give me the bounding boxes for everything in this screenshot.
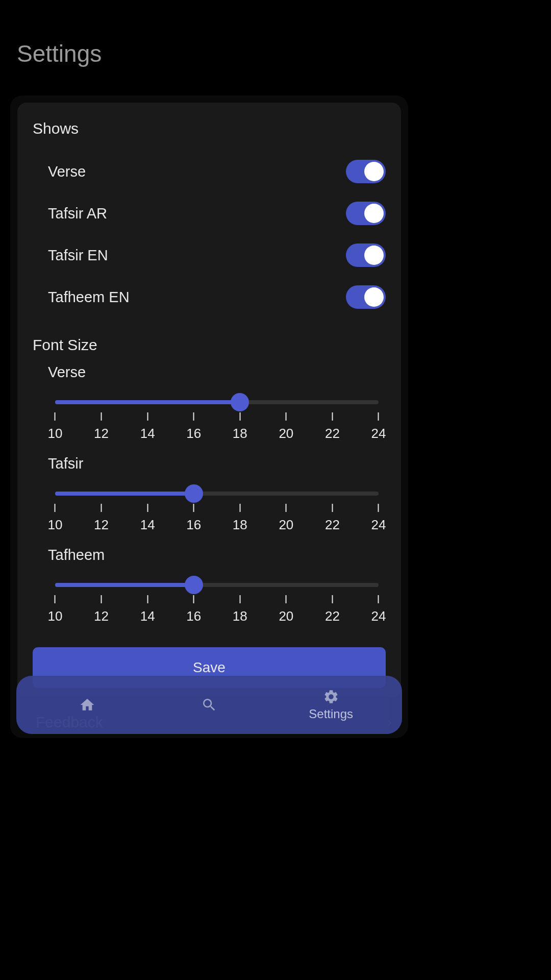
tick-mark: [332, 504, 333, 512]
home-icon: [79, 697, 95, 713]
tick-label: 24: [371, 426, 386, 441]
slider-tick: 22: [325, 412, 340, 442]
toggle-knob: [364, 204, 384, 223]
tick-label: 20: [279, 426, 293, 441]
tick-label: 22: [325, 426, 340, 441]
slider-thumb[interactable]: [185, 484, 203, 503]
slider-group-verse: Verse1012141618202224: [33, 364, 386, 443]
toggle-row-verse: Verse: [33, 151, 386, 192]
slider-label: Tafsir: [48, 455, 386, 472]
tick-mark: [193, 504, 194, 512]
toggle-tafheem-en[interactable]: [346, 285, 386, 309]
settings-card: Shows Verse Tafsir AR Tafsir EN Tafheem …: [17, 103, 401, 697]
tick-label: 24: [371, 517, 386, 532]
slider-ticks: 1012141618202224: [55, 412, 379, 443]
toggle-verse[interactable]: [346, 160, 386, 183]
gear-icon: [323, 689, 339, 705]
slider-tick: 18: [233, 595, 247, 624]
tick-mark: [378, 504, 379, 512]
toggle-tafsir-en[interactable]: [346, 243, 386, 267]
bottom-nav: Settings: [16, 676, 402, 734]
slider-tick: 20: [279, 595, 293, 624]
tick-mark: [101, 595, 102, 603]
tick-label: 18: [233, 608, 247, 624]
tick-mark: [286, 412, 287, 421]
settings-outer-card: Shows Verse Tafsir AR Tafsir EN Tafheem …: [10, 95, 408, 738]
tick-mark: [55, 504, 56, 512]
slider-tafheem[interactable]: [55, 579, 379, 591]
page-title: Settings: [0, 0, 418, 67]
tick-mark: [332, 595, 333, 603]
slider-label: Verse: [48, 364, 386, 381]
tick-label: 22: [325, 608, 340, 624]
menu-item-invite[interactable]: Invite friends ›: [0, 738, 418, 743]
slider-tafsir[interactable]: [55, 487, 379, 500]
tick-mark: [286, 504, 287, 512]
tick-mark: [239, 504, 240, 512]
toggle-tafsir-ar[interactable]: [346, 202, 386, 225]
slider-group-tafheem: Tafheem1012141618202224: [33, 547, 386, 626]
shows-section-title: Shows: [33, 120, 386, 137]
toggle-row-tafsir-en: Tafsir EN: [33, 234, 386, 276]
tick-mark: [332, 412, 333, 421]
tick-label: 12: [94, 608, 109, 624]
nav-home[interactable]: [27, 697, 148, 713]
tick-label: 20: [279, 517, 293, 532]
toggle-row-tafheem-en: Tafheem EN: [33, 276, 386, 318]
toggle-knob: [364, 246, 384, 265]
slider-verse[interactable]: [55, 396, 379, 408]
slider-tick: 16: [186, 504, 201, 533]
slider-fill: [55, 583, 194, 587]
slider-label: Tafheem: [48, 547, 386, 564]
tick-mark: [101, 504, 102, 512]
toggle-label: Tafsir AR: [48, 205, 107, 222]
slider-thumb[interactable]: [231, 393, 249, 411]
slider-fill: [55, 400, 240, 404]
tick-label: 12: [94, 517, 109, 532]
tick-label: 22: [325, 517, 340, 532]
slider-tick: 12: [94, 504, 109, 533]
slider-tick: 22: [325, 595, 340, 624]
toggle-knob: [364, 287, 384, 307]
tick-label: 18: [233, 426, 247, 441]
tick-mark: [101, 412, 102, 421]
slider-tick: 12: [94, 595, 109, 624]
tick-label: 14: [140, 608, 155, 624]
slider-fill: [55, 492, 194, 496]
tick-mark: [147, 504, 148, 512]
slider-tick: 18: [233, 504, 247, 533]
tick-label: 16: [186, 608, 201, 624]
slider-tick: 22: [325, 504, 340, 533]
slider-group-tafsir: Tafsir1012141618202224: [33, 455, 386, 534]
tick-mark: [147, 595, 148, 603]
fontsize-section-title: Font Size: [33, 336, 386, 354]
toggle-row-tafsir-ar: Tafsir AR: [33, 192, 386, 234]
tick-label: 20: [279, 608, 293, 624]
nav-settings[interactable]: Settings: [270, 689, 392, 721]
slider-thumb[interactable]: [185, 576, 203, 594]
tick-mark: [193, 412, 194, 421]
slider-tick: 10: [48, 412, 63, 442]
tick-mark: [286, 595, 287, 603]
toggle-knob: [364, 162, 384, 181]
slider-tick: 24: [371, 412, 386, 442]
slider-tick: 16: [186, 412, 201, 442]
nav-search[interactable]: [148, 697, 270, 713]
tick-label: 14: [140, 517, 155, 532]
tick-label: 24: [371, 608, 386, 624]
tick-mark: [55, 595, 56, 603]
tick-label: 18: [233, 517, 247, 532]
slider-tick: 14: [140, 412, 155, 442]
slider-tick: 20: [279, 504, 293, 533]
tick-label: 10: [48, 426, 63, 441]
toggle-label: Tafsir EN: [48, 247, 108, 264]
slider-tick: 16: [186, 595, 201, 624]
slider-ticks: 1012141618202224: [55, 504, 379, 534]
tick-label: 10: [48, 517, 63, 532]
tick-mark: [193, 595, 194, 603]
slider-tick: 24: [371, 504, 386, 533]
slider-tick: 24: [371, 595, 386, 624]
tick-label: 12: [94, 426, 109, 441]
search-icon: [201, 697, 217, 713]
slider-tick: 10: [48, 504, 63, 533]
